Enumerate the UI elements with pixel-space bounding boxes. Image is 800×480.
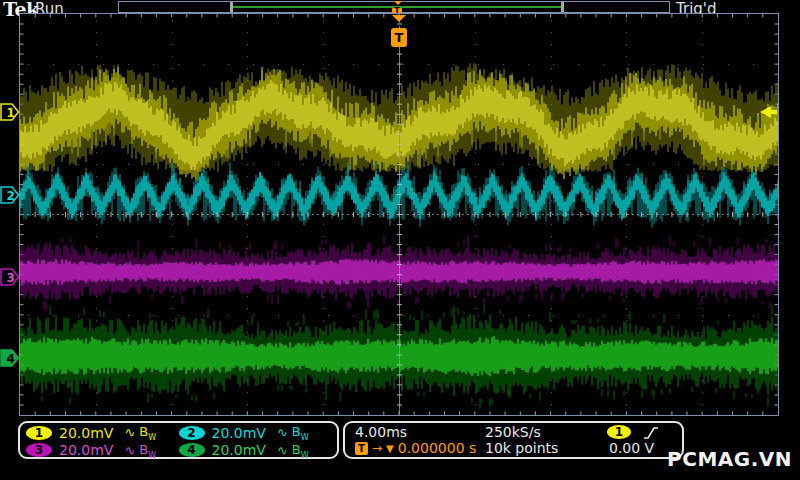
channel-3-position-marker[interactable]: 3 (0, 267, 20, 287)
channel-2-marker-label: 2 (7, 189, 15, 203)
bandwidth-limit-icon: BW (292, 424, 309, 442)
trigger-delay-t-icon: T (355, 442, 368, 455)
trigger-flag-arrow-icon (392, 15, 406, 29)
channel-1-readout: 1 20.0mV ∿BW (26, 424, 179, 442)
sample-rate-readout: 250kS/s (485, 424, 607, 440)
ac-coupling-icon: ∿ (124, 425, 135, 440)
bandwidth-limit-icon: BW (139, 442, 156, 460)
channel-3-marker-label: 3 (7, 271, 15, 285)
trigger-flag-t-icon: T (391, 28, 407, 47)
trigger-position-flag[interactable]: T (391, 14, 408, 47)
ac-coupling-icon: ∿ (124, 443, 135, 458)
channel-1-scale: 20.0mV (59, 425, 113, 441)
trigger-delay-readout: T→▼0.000000 s (355, 440, 485, 456)
channel-1-badge: 1 (26, 426, 52, 440)
ac-coupling-icon: ∿ (277, 425, 288, 440)
watermark: PCMAG.VN (667, 447, 792, 471)
channel-3-scale: 20.0mV (59, 442, 113, 458)
channel-4-badge: 4 (179, 443, 205, 457)
bandwidth-limit-icon: BW (139, 424, 156, 442)
trigger-delay-value: 0.000000 s (398, 440, 477, 456)
trigger-source-badge: 1 (607, 425, 631, 439)
timebase-readout: 4.00ms (355, 424, 485, 440)
channel-4-scale: 20.0mV (212, 442, 266, 458)
channel-2-position-marker[interactable]: 2 (0, 185, 20, 205)
channel-4-readout: 4 20.0mV ∿BW (179, 442, 332, 460)
channel-2-scale: 20.0mV (212, 425, 266, 441)
graticule: T (19, 13, 779, 416)
horizontal-trigger-readouts-box: 4.00ms 250kS/s 1 T→▼0.000000 s 10k point… (343, 421, 684, 459)
waveform-display (20, 14, 778, 415)
trigger-level-arrow-shaft (770, 110, 777, 114)
trigger-level-arrow[interactable] (760, 106, 777, 118)
channel-4-position-marker[interactable]: 4 (0, 348, 20, 368)
channel-2-readout: 2 20.0mV ∿BW (179, 424, 332, 442)
trigger-level-readout: 0.00 V (607, 440, 672, 456)
record-length-readout: 10k points (485, 440, 607, 456)
channel-readouts-box: 1 20.0mV ∿BW 2 20.0mV ∿BW 3 20.0mV ∿BW 4… (18, 421, 339, 459)
channel-1-marker-label: 1 (7, 106, 15, 120)
arrow-right-icon: → (372, 441, 382, 455)
rising-edge-icon (643, 425, 659, 440)
channel-4-marker-label: 4 (7, 352, 15, 366)
oscilloscope-display: Tek Run T Trig'd T 1234 1 20.0mV ∿BW 2 (0, 0, 800, 480)
trigger-marker-icon: ▼ (386, 443, 394, 454)
bandwidth-limit-icon: BW (292, 442, 309, 460)
channel-3-readout: 3 20.0mV ∿BW (26, 442, 179, 460)
channel-3-badge: 3 (26, 443, 52, 457)
trigger-source-readout: 1 (607, 424, 672, 440)
acquisition-window-end-bracket (561, 2, 564, 12)
channel-1-position-marker[interactable]: 1 (0, 102, 20, 122)
channel-2-badge: 2 (179, 426, 205, 440)
channel-position-markers: 1234 (0, 0, 20, 480)
ac-coupling-icon: ∿ (277, 443, 288, 458)
acquisition-position-bar[interactable]: T (118, 1, 670, 13)
